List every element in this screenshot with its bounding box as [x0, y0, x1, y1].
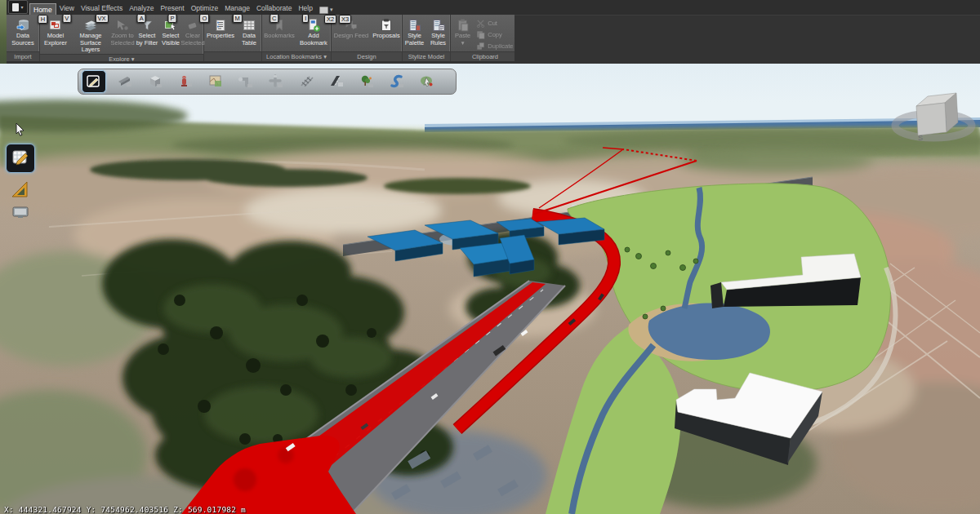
building-icon [147, 74, 163, 89]
application-icon [12, 3, 19, 11]
water-area-tool-button[interactable] [385, 71, 408, 92]
tab-analyze[interactable]: AnalyzeA [126, 3, 157, 14]
cut-button[interactable]: Cut [476, 19, 518, 28]
proposals-button[interactable]: Proposals [371, 16, 402, 51]
copy-icon [476, 30, 485, 39]
group-label-design: Design [332, 51, 402, 61]
tree-icon [359, 74, 375, 89]
style-rules-icon [430, 17, 447, 33]
sketch-icon [11, 148, 30, 168]
ribbon: ▾ HomeH ViewV Visual EffectsVX AnalyzeA … [7, 0, 980, 64]
select-tool-button[interactable] [14, 122, 27, 137]
keytip-home: H [38, 15, 47, 24]
tab-visual-effects[interactable]: Visual EffectsVX [78, 3, 126, 14]
display-tool-button[interactable] [11, 206, 29, 219]
set-square-icon [10, 179, 31, 199]
building-tool-button[interactable] [144, 71, 167, 92]
sketch-tool-button[interactable] [6, 144, 35, 173]
pipeline-tool-button[interactable] [234, 71, 257, 92]
clear-selected-icon [185, 17, 201, 33]
draw-toolbar [78, 69, 457, 95]
tab-help[interactable]: HelpI [295, 3, 315, 14]
style-palette-icon [407, 17, 423, 33]
group-label-tools [204, 51, 261, 61]
properties-icon [212, 17, 229, 33]
barrier-tool-button[interactable] [114, 71, 136, 92]
keytip-view: V [62, 14, 71, 23]
data-table-icon [241, 17, 257, 33]
tab-home[interactable]: HomeH [29, 3, 56, 16]
application-menu-button[interactable]: ▾ [8, 0, 28, 14]
zoom-to-selected-button[interactable]: Zoom to Selected [110, 16, 135, 54]
keytip-x2: X2 [324, 15, 336, 24]
data-sources-button[interactable]: Data Sources [7, 16, 39, 51]
copy-button[interactable]: Copy [476, 30, 518, 39]
ribbon-filler [514, 15, 980, 62]
ribbon-tab-row: ▾ HomeH ViewV Visual EffectsVX AnalyzeA … [7, 0, 980, 15]
tab-optimize[interactable]: OptimizeO [188, 3, 222, 14]
water-icon [389, 74, 405, 89]
draw-tool-button[interactable] [82, 70, 106, 93]
keytip-x3: X3 [339, 15, 351, 24]
status-coordinates: X: 444321.467924 Y: 7454962.403516 Z: 56… [4, 505, 246, 514]
tab-present[interactable]: PresentP [157, 3, 187, 14]
monitor-icon [11, 206, 29, 219]
tab-view[interactable]: ViewV [56, 3, 78, 14]
pipe-connector-icon [268, 74, 284, 89]
pipe-connector-tool-button[interactable] [265, 71, 287, 92]
keytip-visual-effects: VX [96, 14, 109, 23]
ribbon-options-button[interactable]: ▾ X2 X3 [319, 5, 341, 15]
group-label-location-bookmarks[interactable]: Location Bookmarks ▾ [262, 51, 331, 61]
keytip-analyze: A [137, 14, 146, 23]
group-label-clipboard: Clipboard [451, 51, 519, 61]
chevron-down-icon: ▾ [20, 5, 23, 10]
coverage-icon [207, 74, 224, 89]
left-toolbar [3, 122, 38, 219]
coverage-area-tool-button[interactable] [204, 71, 227, 92]
tab-manage[interactable]: ManageM [221, 3, 253, 14]
style-rules-button[interactable]: Style Rules [426, 16, 450, 51]
paste-button[interactable]: Paste ▾ [451, 16, 474, 51]
poi-icon [419, 74, 435, 89]
tree-tool-button[interactable] [355, 71, 378, 92]
proposals-icon [378, 17, 394, 33]
style-palette-button[interactable]: Style Palette [403, 16, 426, 51]
road-icon [328, 74, 345, 89]
group-label-explore[interactable]: Explore ▾ [40, 54, 203, 62]
point-of-interest-tool-button[interactable] [416, 71, 439, 92]
road-tool-button[interactable] [325, 71, 348, 92]
tab-collaborate[interactable]: CollaborateC [253, 3, 295, 14]
hydrant-icon [177, 74, 194, 89]
railway-tool-button[interactable] [295, 71, 318, 92]
viewport-3d-scene[interactable]: S [0, 64, 980, 514]
keytip-optimize: O [200, 14, 210, 23]
zoom-to-selected-icon [114, 17, 131, 33]
pencil-icon [86, 74, 102, 89]
group-stylize-model: Style Palette Style Rules Stylize Model [403, 15, 451, 61]
viewport-edge-sliver [0, 0, 7, 64]
cut-icon [476, 19, 485, 28]
paste-icon [455, 17, 471, 33]
group-clipboard: Paste ▾ Cut Copy Duplicate [451, 15, 519, 61]
model-explorer-icon [47, 17, 64, 33]
group-import: Data Sources Import [7, 15, 40, 61]
city-furniture-tool-button[interactable] [174, 71, 197, 92]
panel-icon [319, 7, 328, 14]
bookmarks-button[interactable]: Bookmarks [262, 16, 296, 51]
duplicate-icon [476, 42, 485, 51]
duplicate-button[interactable]: Duplicate [476, 42, 518, 51]
barrier-icon [117, 74, 133, 89]
keytip-present: P [168, 14, 177, 23]
keytip-collaborate: C [270, 14, 278, 23]
data-sources-icon [15, 17, 31, 33]
keytip-help: I [302, 14, 309, 23]
group-label-import: Import [7, 51, 39, 61]
measure-tool-button[interactable] [10, 179, 31, 199]
railway-icon [298, 74, 314, 89]
group-label-stylize-model: Stylize Model [403, 51, 450, 61]
cursor-icon [14, 122, 27, 137]
pipe-icon [238, 74, 254, 89]
ribbon-body: Data Sources Import Model Explorer Mana [7, 15, 514, 61]
viewcube[interactable]: S [895, 93, 972, 142]
keytip-manage: M [232, 14, 242, 23]
